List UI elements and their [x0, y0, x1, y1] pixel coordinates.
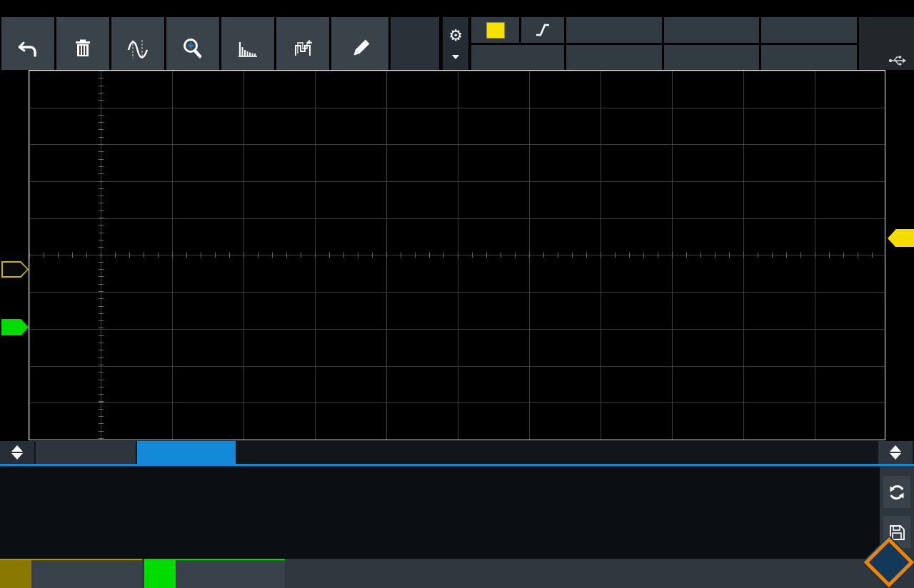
usb-icon [888, 54, 907, 67]
graticule[interactable] [29, 70, 885, 440]
zoom-icon [180, 33, 206, 66]
c2-channel-group[interactable] [144, 559, 285, 588]
delete-button[interactable] [56, 17, 109, 70]
sample-rate-cell[interactable] [566, 45, 662, 70]
mask-icon [290, 33, 316, 66]
acquisition-grid [471, 17, 857, 70]
annotation-button[interactable] [331, 17, 388, 70]
fft-button[interactable] [221, 17, 274, 70]
statistics-header-row [0, 475, 880, 496]
logo-text [875, 548, 903, 577]
trigger-source-cell[interactable] [471, 17, 519, 43]
horizontal-position-cell[interactable] [664, 45, 759, 70]
settings-column[interactable]: ⚙ [443, 17, 468, 70]
acquire-mode-cell[interactable] [761, 45, 857, 70]
run-state-cell[interactable] [761, 17, 857, 43]
trigger-source-badge [486, 22, 505, 39]
trigger-level-tag[interactable] [888, 229, 914, 247]
waveform-canvas[interactable] [29, 71, 885, 440]
oscilloscope-screen: ⚙ [0, 0, 914, 588]
undo-button[interactable] [1, 17, 54, 70]
arrow-down-icon [11, 453, 23, 460]
title-bar [0, 0, 914, 17]
c1-channel-group[interactable] [0, 559, 142, 588]
c2-badge [144, 560, 176, 588]
tab-bar [0, 441, 914, 464]
mask-button[interactable] [276, 17, 329, 70]
gear-icon: ⚙ [448, 28, 463, 44]
trash-icon [70, 33, 96, 66]
zoom-button[interactable] [166, 17, 219, 70]
c1-badge [0, 560, 31, 588]
tl-arrow-icon [888, 230, 895, 247]
cursor-icon [125, 33, 151, 66]
rising-edge-icon [533, 22, 553, 38]
tl-label [895, 229, 914, 247]
tab-scroll-right[interactable] [878, 441, 913, 464]
arrow-up-icon [11, 445, 23, 452]
chevron-down-icon [452, 55, 459, 59]
channel-bar [0, 559, 880, 588]
trigger-level-cell[interactable] [471, 45, 564, 70]
undo-icon [15, 33, 41, 66]
statistics-panel [0, 466, 880, 559]
tab-scroll-left[interactable] [0, 441, 34, 464]
c1-channel-tag[interactable] [1, 261, 29, 278]
date-panel [859, 17, 914, 70]
refresh-statistics-button[interactable] [883, 476, 910, 508]
timebase-cell[interactable] [664, 17, 759, 43]
pencil-icon [347, 33, 373, 66]
tab-statistics[interactable] [137, 441, 236, 464]
c2-channel-tag[interactable] [1, 319, 29, 335]
toolbar-empty-slot [391, 17, 439, 70]
trigger-slope-cell[interactable] [521, 17, 564, 43]
arrow-up-icon [890, 445, 901, 452]
cursor-button[interactable] [111, 17, 164, 70]
arrow-down-icon [890, 453, 901, 460]
toolbar [0, 17, 388, 70]
fft-icon [235, 33, 261, 66]
trigger-mode-cell[interactable] [566, 17, 662, 43]
tab-measure[interactable] [36, 441, 136, 464]
refresh-icon [887, 482, 907, 502]
